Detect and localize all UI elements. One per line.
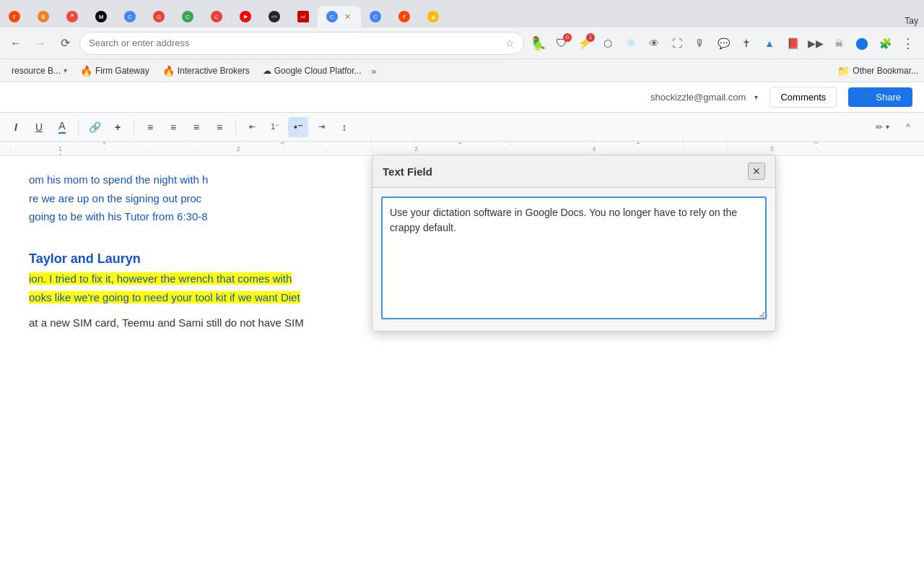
ext-mic-icon[interactable]: 🎙 [690,33,710,53]
tab-gdrive[interactable]: ▲ [419,6,448,27]
ext-comment-icon[interactable]: 💬 [713,33,733,53]
ext-eye-icon[interactable]: 👁 [644,33,664,53]
bookmarks-more-btn[interactable]: » [372,64,377,77]
dialog-body: ⤡ [372,188,775,331]
bookmark-interactive-brokers[interactable]: 🔥 Interactive Brokers [157,64,256,78]
tab-codesandbox[interactable]: </> [260,6,289,27]
bookmark-google-cloud[interactable]: ☁ Google Cloud Platfor... [257,64,367,77]
bookmark-resource-b[interactable]: resource B... ▾ [6,64,73,77]
other-bookmarks-label: Other Bookmar... [853,66,918,76]
tab-stack[interactable]: S [29,6,58,27]
ext-shield-icon[interactable]: 🛡 0 [552,33,572,53]
ext-circle-icon[interactable]: ⬤ [852,33,872,53]
text-field-dialog: Text Field ✕ ⤡ [372,155,776,332]
tab-rails[interactable]: rail [289,6,318,27]
ext-lightning-icon[interactable]: ⚡ 1 [575,33,595,53]
tab-chrome2[interactable]: C [173,6,202,27]
dialog-overlay: Text Field ✕ ⤡ [0,82,924,578]
bookmark-firm-gateway[interactable]: 🔥 Firm Gateway [74,64,155,78]
url-input[interactable]: G2LqlfEO_3T_Dnjba3GQEm738/... [89,38,500,48]
tab-close-btn[interactable]: ✕ [342,12,352,22]
toolbar: ← → ⟳ G2LqlfEO_3T_Dnjba3GQEm738/... ☆ 🦜 … [0,27,924,59]
tab-chrome4[interactable]: C [361,6,390,27]
dialog-close-button[interactable]: ✕ [748,163,765,180]
folder-icon: 📁 [837,65,850,77]
dialog-textarea[interactable] [381,197,767,319]
ext-fullscreen-icon[interactable]: ⛶ [667,33,687,53]
address-bar[interactable]: G2LqlfEO_3T_Dnjba3GQEm738/... ☆ [79,32,524,55]
tab-asterisk[interactable]: * [58,6,87,27]
ext-play-icon[interactable]: ▶▶ [806,33,826,53]
bookmarks-bar: resource B... ▾ 🔥 Firm Gateway 🔥 Interac… [0,59,924,82]
extension-icons: 🦜 🛡 0 ⚡ 1 ⬡ ⚛ 👁 ⛶ 🎙 💬 ✝ ▲ 📕 ▶▶ ☠ ⬤ 🧩 ⋮ [528,33,918,53]
ext-hex-icon[interactable]: ⬡ [598,33,618,53]
ext-triangle-icon[interactable]: ▲ [759,33,780,53]
other-bookmarks[interactable]: 📁 Other Bookmar... [837,65,918,77]
ext-react-icon[interactable]: ⚛ [621,33,641,53]
bookmark-resource-b-label: resource B... [12,66,61,76]
page-content: shockizzle@gmail.com ▾ Comments 👤 Share … [0,82,924,578]
tab-chrome3[interactable]: C [202,6,231,27]
tab-reddit1[interactable]: r [0,6,29,27]
ext-cross-icon[interactable]: ✝ [736,33,757,53]
tab-chrome1[interactable]: C [116,6,144,27]
bookmark-firm-gateway-label: Firm Gateway [95,66,149,76]
dialog-title: Text Field [383,165,432,178]
ext-parrot-icon[interactable]: 🦜 [528,33,549,53]
ext-skull-icon[interactable]: ☠ [829,33,849,53]
ib-icon: 🔥 [162,65,175,77]
bookmark-star-icon[interactable]: ☆ [505,38,515,49]
ext-more-icon[interactable]: ⋮ [898,33,918,53]
bookmark-gcp-label: Google Cloud Platfor... [274,66,362,76]
gcp-icon: ☁ [263,66,271,76]
tab-google[interactable]: G [144,6,173,27]
ext-book-icon[interactable]: 📕 [783,33,803,53]
chevron-down-icon: ▾ [64,66,67,74]
reload-button[interactable]: ⟳ [55,33,75,53]
tab-reddit2[interactable]: r [390,6,419,27]
browser-frame: r S * M C G C C ▶ </> rail [0,0,924,578]
tab-medium[interactable]: M [87,6,116,27]
tab-bar: r S * M C G C C ▶ </> rail [0,0,924,27]
tab-active[interactable]: C ✕ [318,6,361,27]
ext-puzzle-icon[interactable]: 🧩 [875,33,895,53]
firm-gateway-icon: 🔥 [80,65,92,77]
dialog-title-bar: Text Field ✕ [372,155,775,188]
bookmark-ib-label: Interactive Brokers [178,66,250,76]
forward-button[interactable]: → [30,33,51,53]
back-button[interactable]: ← [6,33,26,53]
tab-yt[interactable]: ▶ [231,6,260,27]
